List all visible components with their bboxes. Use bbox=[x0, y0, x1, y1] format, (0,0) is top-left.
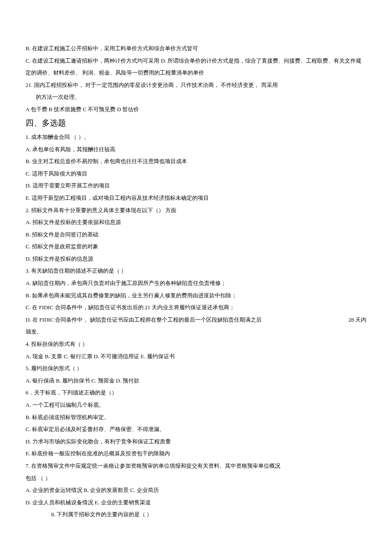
q1-option-e: E. 适用于新型的工程项目，或对项目工程内容及技术经济指标未确定的项目 bbox=[26, 192, 366, 204]
q3-option-d-left: D. 在 FIDIC 合同条件中， 缺陷责任证书应由工程师在整个工程的最后一个区… bbox=[26, 314, 262, 326]
q1-option-c: C. 适用于风险很大的项目 bbox=[26, 168, 366, 180]
q2-option-c: C. 招标文件是政府监督的对象 bbox=[26, 241, 366, 253]
q6-stem: 6．关于标底，下列描述正确的是（） bbox=[26, 387, 366, 399]
question-21-options: A 包干费 B 技术措施费 C 不可预见费 D 暂估价 bbox=[26, 104, 366, 116]
q3-option-d-row: D. 在 FIDIC 合同条件中， 缺陷责任证书应由工程师在整个工程的最后一个区… bbox=[26, 314, 366, 326]
q3-option-d-tail: 颁发。 bbox=[26, 326, 366, 338]
q3-option-d-right: 28 天内 bbox=[345, 314, 366, 326]
q6-option-a: A. 一个工程可以编制几个标底。 bbox=[26, 399, 366, 411]
q3-option-a: A. 缺陷责任期内，承包商只负责对由于施工原因所产生的各种缺陷责任负责维修； bbox=[26, 277, 366, 290]
pre-option-b: B. 在建设工程施工公开招标中，采用工料单价方式和综合单价方式皆可 bbox=[26, 43, 366, 55]
q2-option-a: A. 招标文件是投标的主要依据和信息源 bbox=[26, 216, 366, 229]
pre-option-c-d: C. 在建设工程施工邀请招标中，两种计价方式均可采用 D. 所谓综合单价的计价方… bbox=[26, 55, 366, 79]
section-4-title: 四、多选题 bbox=[26, 117, 366, 129]
q6-option-d: D. 力求与市场的实际变化吻合，有利于竞争和保证工程质量 bbox=[26, 436, 366, 448]
q7-options-line1: A. 企业的资金运转情况 B. 企业的发展前景 C. 企业简历 bbox=[26, 484, 366, 497]
q2-option-d: D. 招标文件是投标的信息源 bbox=[26, 253, 366, 265]
q5-stem: 5. 履约担保的形式（ ） bbox=[26, 362, 366, 375]
q4-stem: 4. 投标担保的形式有（ ） bbox=[26, 338, 366, 351]
q4-options: A. 现金 B. 支票 C. 银行汇票 D. 不可撤消信用证 E. 履约保证书 bbox=[26, 351, 366, 363]
q3-option-c: C. 在 FIDIC 合同条件中，缺陷责任证书发出后的 21 天内业主将履约保证… bbox=[26, 302, 366, 314]
q2-stem: 2. 招标文件具有十分重要的意义具体主要体现在以下（） 方面 bbox=[26, 204, 366, 217]
q8-stem: 8. 下列属于招标文件的主要内容的是（ ） bbox=[26, 509, 366, 521]
q3-stem: 3. 有关缺陷责任期的描述不正确的是（ ） bbox=[26, 265, 366, 277]
document-page: B. 在建设工程施工公开招标中，采用工料单价方式和综合单价方式皆可 C. 在建设… bbox=[0, 0, 392, 555]
q6-option-e: E. 标底价格一般应控制在批准的总概算及投资包干的限额内 bbox=[26, 448, 366, 460]
q6-option-c: C. 标底审定后必须及时妥善封存、严格保密、不得泄漏。 bbox=[26, 423, 366, 436]
q1-option-a: A. 承包单位有风险，其报酬往往较高 bbox=[26, 144, 366, 156]
q7-stem-line1: 7. 在资格预审文件中应规定统一表格让参加资格预审的单位填报和提交有关资料。其中… bbox=[26, 460, 366, 472]
q1-stem: 1. 成本加酬金合同 （ ）。 bbox=[26, 131, 366, 144]
q3-option-b: B. 如果承包商未能完成其自费修复的缺陷，业主另行雇人修复的费用由进度款中扣除； bbox=[26, 290, 366, 302]
q1-option-b: B. 业主对工程总造价不易控制，承包商也往往不注意降低项目成本 bbox=[26, 155, 366, 168]
q1-option-d: D. 适用于需要立即开展工作的项目 bbox=[26, 180, 366, 192]
question-21-line1: 21. 国内工程招投标中， 对于一定范围内的零星设计变更洽商， 只作技术洽商， … bbox=[26, 79, 366, 92]
question-21-line2: 的方法一次处理。 bbox=[26, 91, 366, 104]
q7-stem-line2: 包括 （ ） bbox=[26, 472, 366, 485]
q6-option-b: B. 标底必须送招标管理机构审定。 bbox=[26, 411, 366, 424]
q5-options: A. 银行保函 B. 履约担保书 C. 预留金 D. 预付款 bbox=[26, 375, 366, 387]
q2-option-b: B. 招标文件是合同签订的基础 bbox=[26, 229, 366, 241]
q7-options-line2: D. 企业人员和机械设备情况 E. 企业的主要销售渠道 bbox=[26, 497, 366, 509]
